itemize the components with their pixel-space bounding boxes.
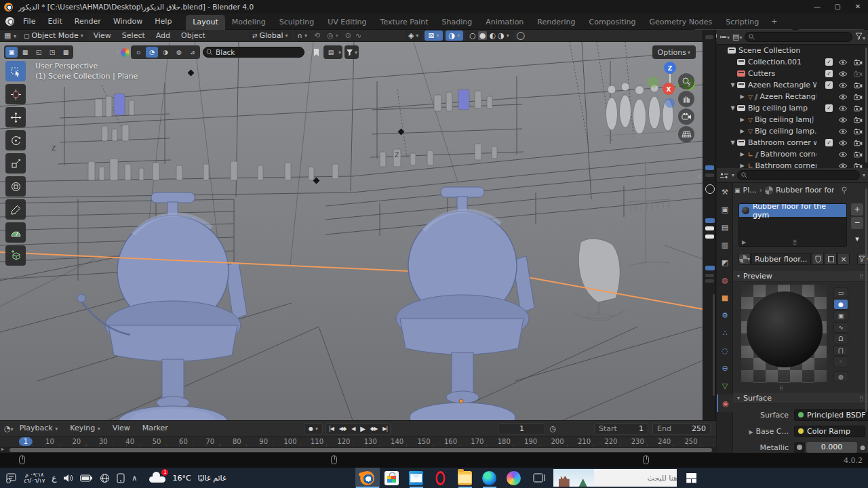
material-name-field[interactable]: Rubber floor... xyxy=(751,253,811,265)
task-view-icon[interactable] xyxy=(533,472,547,484)
filter-world-icon[interactable]: ◍ xyxy=(173,47,185,58)
tab-modeling[interactable]: Modeling xyxy=(225,15,273,30)
proportional-falloff-icon[interactable]: ⟲ xyxy=(314,31,320,40)
proportional-edit-toggle[interactable]: ◎▾ xyxy=(323,30,342,41)
viewport-menu-add[interactable]: Add xyxy=(151,30,176,42)
menu-edit[interactable]: Edit xyxy=(41,14,68,29)
tool-add-cube-button[interactable] xyxy=(5,245,26,266)
properties-editor-icon[interactable] xyxy=(719,172,729,179)
tray-expand-chevron-icon[interactable]: ∧ xyxy=(132,474,137,483)
outliner-row-azeen-rectangle-wood-m[interactable]: ▼Azeen Rectangle Wood M✓ xyxy=(717,79,868,91)
exclude-checkbox[interactable]: ✓ xyxy=(825,81,833,89)
select-mode-subtract-icon[interactable]: ◱ xyxy=(33,47,45,58)
close-button[interactable]: ✕ xyxy=(848,0,868,14)
gizmo-z-label[interactable]: Z xyxy=(668,65,673,72)
animate-decorator-icon[interactable]: ● xyxy=(860,444,865,451)
outliner-row-collection-001[interactable]: Collection.001✓ xyxy=(717,56,868,68)
preview-hair-button[interactable]: ∿ xyxy=(833,322,848,333)
expand-closed-icon[interactable]: ▶ xyxy=(738,94,746,100)
windows-search-input[interactable] xyxy=(594,474,677,483)
timeline-ruler[interactable]: 1102030405060708090100110120130140150160… xyxy=(0,437,716,447)
material-shading-icon[interactable]: ◐ xyxy=(489,31,496,40)
proportional-sphere-icon[interactable]: ⊙ xyxy=(345,31,351,40)
options-button[interactable]: Options ▾ xyxy=(652,45,696,59)
volume-icon[interactable] xyxy=(63,474,73,483)
filter-button[interactable]: ▾ xyxy=(344,45,359,59)
slot-expand-icon[interactable]: ▶ xyxy=(742,239,746,245)
select-mode-difference-icon[interactable]: ◳ xyxy=(46,47,58,58)
add-slot-button[interactable]: + xyxy=(851,203,863,216)
play-button[interactable]: ▶ xyxy=(357,425,368,432)
slot-grip-icon[interactable]: ⣿ xyxy=(793,239,797,245)
taskbar-app-copilot[interactable] xyxy=(502,468,526,488)
battery-icon[interactable] xyxy=(80,474,93,482)
hide-eye-icon[interactable] xyxy=(838,128,848,135)
tab-scripting[interactable]: Scripting xyxy=(719,15,766,30)
outliner-row-scene-collection[interactable]: Scene Collection xyxy=(717,45,868,56)
preview-cloth-button[interactable]: ⋂ xyxy=(833,345,848,356)
properties-tab-render[interactable]: ▣ xyxy=(717,201,733,218)
filter-sphere-icon[interactable]: ◔ xyxy=(146,47,158,58)
frame-start-field[interactable]: Start1 xyxy=(594,423,648,434)
tab-animation[interactable]: Animation xyxy=(479,15,530,30)
tab-uv-editing[interactable]: UV Editing xyxy=(321,15,373,30)
taskbar-app-opera[interactable] xyxy=(429,468,453,488)
show-gizmo-toggle[interactable]: ◈▾ xyxy=(405,30,422,41)
menu-render[interactable]: Render xyxy=(68,14,107,29)
outliner-row-big-ceiling-lamp[interactable]: ▼Big ceiling lamp✓ xyxy=(717,102,868,114)
scrollbar-handle[interactable] xyxy=(9,448,712,452)
weather-icon[interactable]: 1 xyxy=(149,473,165,483)
orientation-selector[interactable]: ⇄ Global ▾ xyxy=(249,30,292,41)
xray-toggle[interactable]: ◑▾ xyxy=(446,30,464,41)
menu-window[interactable]: Window xyxy=(107,14,149,29)
tab-rendering[interactable]: Rendering xyxy=(530,15,582,30)
disable-render-camera-icon[interactable] xyxy=(854,128,863,135)
disable-render-camera-icon[interactable] xyxy=(854,82,863,89)
timeline-menu-keying[interactable]: Keying ▾ xyxy=(64,420,106,437)
current-frame-field[interactable]: 1 xyxy=(498,423,545,434)
preview-world-button[interactable]: ◍ xyxy=(833,371,848,382)
weather-condition[interactable]: غائم غالبًا xyxy=(198,474,226,483)
expand-closed-icon[interactable]: ▶ xyxy=(738,151,746,157)
clock[interactable]: ٠٩:١٨ م ٤٦/٠٦/١٧ xyxy=(24,472,45,484)
tool-select-box-button[interactable] xyxy=(5,61,26,81)
tool-measure-button[interactable] xyxy=(5,222,26,243)
hide-eye-icon[interactable] xyxy=(838,117,848,123)
select-mode-extend-icon[interactable]: ▦ xyxy=(19,47,31,58)
select-mode-new-icon[interactable]: ▣ xyxy=(5,47,18,58)
preview-resize-grip[interactable]: ⣿ xyxy=(779,385,783,391)
collapsed-editor-strip[interactable] xyxy=(703,30,716,420)
falloff-curve-icon[interactable]: ∿ xyxy=(355,31,361,40)
fake-user-button[interactable] xyxy=(812,253,824,265)
properties-tab-object-data[interactable]: ▽ xyxy=(717,377,733,394)
jump-start-button[interactable]: |◀ xyxy=(326,426,336,432)
nav-zoom-button[interactable] xyxy=(678,73,694,89)
device-icon[interactable] xyxy=(117,473,125,483)
pin-icon[interactable] xyxy=(841,186,848,195)
weather-temp[interactable]: 16°C xyxy=(172,474,191,483)
new-material-button[interactable] xyxy=(825,253,837,265)
exclude-checkbox[interactable]: ✓ xyxy=(825,104,833,112)
jump-end-button[interactable]: ▶| xyxy=(380,426,390,432)
expand-closed-icon[interactable]: ▶ xyxy=(749,429,753,435)
properties-tab-view-layer[interactable]: ▥ xyxy=(717,236,733,253)
hide-eye-icon[interactable] xyxy=(838,59,848,66)
panel-grip-icon[interactable]: ⣿ xyxy=(859,395,864,401)
preview-sphere-button[interactable]: ● xyxy=(833,299,848,310)
tab-compositing[interactable]: Compositing xyxy=(583,15,643,30)
material-slot-list[interactable]: Rubber floor for the gym ▶ ⣿ xyxy=(738,203,847,247)
timeline-menu-view[interactable]: View xyxy=(106,420,136,437)
solid-shading-icon[interactable]: ● xyxy=(478,31,488,40)
preview-monkey-button[interactable]: Ω xyxy=(833,333,848,344)
editor-type-caret[interactable]: ▾ xyxy=(732,172,734,178)
network-icon[interactable] xyxy=(100,473,110,483)
minimize-button[interactable]: — xyxy=(807,0,827,14)
nav-toggle-perspective-button[interactable] xyxy=(678,126,694,142)
nav-camera-view-button[interactable] xyxy=(678,108,694,125)
panel-grip-icon[interactable]: ⣿ xyxy=(859,273,864,279)
hide-eye-icon[interactable] xyxy=(838,82,848,89)
prev-keyframe-button[interactable]: ◀◆ xyxy=(336,426,349,432)
blender-menu-icon[interactable] xyxy=(5,17,14,26)
unlink-material-button[interactable]: × xyxy=(837,253,850,265)
filter-box-icon[interactable]: ▫ xyxy=(132,47,144,58)
